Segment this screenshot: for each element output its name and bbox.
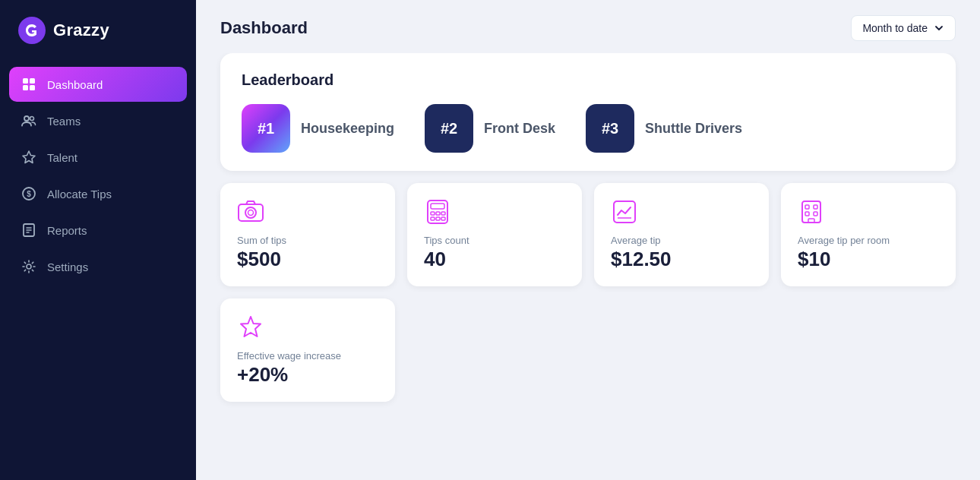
main-header: Dashboard Month to date — [196, 0, 980, 53]
svg-rect-31 — [805, 212, 809, 216]
svg-rect-4 — [30, 85, 35, 90]
leaderboard-items: #1 Housekeeping #2 Front Desk #3 Sh — [242, 104, 934, 153]
stat-value-tips-count: 40 — [424, 248, 565, 271]
sidebar-item-allocate-tips-label: Allocate Tips — [47, 188, 112, 201]
sidebar-nav: Dashboard Teams Talent — [0, 61, 196, 480]
svg-rect-33 — [808, 219, 814, 223]
stat-card-sum-of-tips: Sum of tips $500 — [220, 183, 395, 286]
leaderboard-title: Leaderboard — [242, 71, 934, 89]
svg-rect-22 — [441, 212, 445, 215]
sidebar-item-dashboard[interactable]: Dashboard — [9, 67, 187, 102]
calculator-icon — [424, 198, 451, 226]
sidebar-item-reports-label: Reports — [47, 224, 87, 237]
sidebar-item-teams[interactable]: Teams — [9, 103, 187, 138]
page-title: Dashboard — [220, 18, 308, 38]
logo-area: Grazzy — [0, 0, 196, 61]
camera-money-icon — [237, 198, 264, 226]
stat-label-effective-wage-increase: Effective wage increase — [237, 350, 378, 362]
sidebar: Grazzy Dashboard — [0, 0, 196, 480]
leaderboard-card: Leaderboard #1 Housekeeping #2 Front Des… — [220, 53, 956, 171]
rank-badge-3: #3 — [586, 104, 634, 153]
stat-value-effective-wage-increase: +20% — [237, 363, 378, 387]
reports-icon — [21, 223, 36, 238]
dashboard-content: Leaderboard #1 Housekeeping #2 Front Des… — [196, 53, 980, 480]
stat-label-average-tip-per-room: Average tip per room — [798, 235, 939, 246]
svg-rect-19 — [431, 204, 444, 209]
allocate-tips-icon: $ — [21, 186, 36, 201]
grazzy-logo-icon — [18, 17, 46, 44]
date-filter-dropdown[interactable]: Month to date — [851, 15, 956, 41]
svg-point-5 — [24, 116, 29, 121]
svg-point-16 — [245, 207, 256, 218]
svg-rect-23 — [431, 217, 435, 220]
svg-text:$: $ — [27, 190, 31, 198]
leaderboard-item-2: #2 Front Desk — [425, 104, 555, 153]
main-content-area: Dashboard Month to date Leaderboard #1 H… — [196, 0, 980, 480]
sidebar-item-allocate-tips[interactable]: $ Allocate Tips — [9, 176, 187, 211]
stat-card-average-tip-per-room: Average tip per room $10 — [781, 183, 956, 286]
svg-rect-20 — [431, 212, 435, 215]
rank-badge-1: #1 — [242, 104, 290, 153]
svg-rect-29 — [805, 205, 809, 209]
svg-rect-21 — [436, 212, 440, 215]
chart-report-icon — [611, 198, 638, 226]
logo-text: Grazzy — [53, 21, 109, 40]
date-filter-label: Month to date — [862, 22, 928, 34]
stat-value-average-tip-per-room: $10 — [798, 248, 939, 271]
stat-card-effective-wage-increase: Effective wage increase +20% — [220, 298, 395, 402]
rank-name-1: Housekeeping — [301, 121, 394, 137]
stat-label-average-tip: Average tip — [611, 235, 752, 246]
chevron-down-icon — [934, 23, 944, 33]
sidebar-item-dashboard-label: Dashboard — [47, 78, 103, 91]
sidebar-item-talent[interactable]: Talent — [9, 140, 187, 175]
svg-point-14 — [27, 264, 31, 269]
rank-badge-2: #2 — [425, 104, 473, 153]
svg-marker-34 — [241, 317, 261, 336]
leaderboard-item-1: #1 Housekeeping — [242, 104, 394, 153]
svg-point-17 — [248, 210, 254, 216]
sidebar-item-teams-label: Teams — [47, 115, 81, 128]
rank-name-3: Shuttle Drivers — [645, 121, 742, 137]
svg-point-6 — [30, 117, 34, 121]
stat-value-sum-of-tips: $500 — [237, 248, 378, 271]
rank-name-2: Front Desk — [484, 121, 555, 137]
svg-rect-2 — [30, 78, 35, 84]
stat-card-average-tip: Average tip $12.50 — [594, 183, 769, 286]
teams-icon — [21, 113, 36, 128]
sidebar-item-reports[interactable]: Reports — [9, 213, 187, 248]
stat-card-tips-count: Tips count 40 — [407, 183, 582, 286]
svg-rect-1 — [23, 78, 28, 84]
svg-rect-25 — [441, 217, 445, 220]
leaderboard-item-3: #3 Shuttle Drivers — [586, 104, 742, 153]
svg-marker-7 — [23, 151, 35, 163]
talent-icon — [21, 150, 36, 165]
svg-rect-32 — [814, 212, 817, 216]
svg-rect-3 — [23, 85, 28, 90]
star-icon — [237, 314, 264, 341]
sidebar-item-settings-label: Settings — [47, 261, 88, 273]
stat-label-sum-of-tips: Sum of tips — [237, 235, 378, 246]
stat-value-average-tip: $12.50 — [611, 248, 752, 271]
bottom-stats-row: Effective wage increase +20% — [220, 298, 956, 402]
svg-rect-24 — [436, 217, 440, 220]
sidebar-item-talent-label: Talent — [47, 151, 77, 164]
stats-grid: Sum of tips $500 Tips count — [220, 183, 956, 286]
settings-icon — [21, 259, 36, 274]
svg-rect-30 — [814, 205, 817, 209]
building-icon — [798, 198, 825, 226]
sidebar-item-settings[interactable]: Settings — [9, 249, 187, 284]
stat-label-tips-count: Tips count — [424, 235, 565, 246]
dashboard-icon — [21, 77, 36, 92]
